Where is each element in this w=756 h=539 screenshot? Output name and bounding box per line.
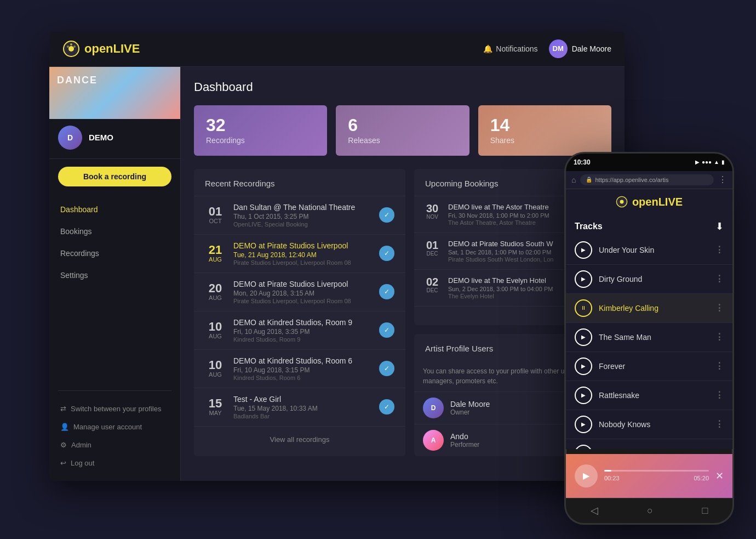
browser-url-bar[interactable]: 🔒 https://app.openlive.co/artis — [580, 174, 714, 185]
browser-home-icon[interactable]: ⌂ — [571, 175, 576, 184]
sidebar-item-recordings[interactable]: Recordings — [49, 242, 180, 264]
download-icon[interactable]: ⬇ — [715, 220, 724, 232]
track-more-icon[interactable]: ⋮ — [715, 332, 724, 342]
sidebar-item-settings-label: Settings — [60, 271, 88, 280]
player-current-time: 00:23 — [604, 475, 620, 481]
recording-item: 21 Aug DEMO at Pirate Studios Liverpool … — [194, 234, 405, 273]
recording-venue: Pirate Studios Liverpool, Liverpool Room… — [233, 259, 371, 266]
track-play-button[interactable]: ▶ — [575, 328, 592, 346]
recording-month: Aug — [205, 256, 226, 263]
main-content: Dashboard 32 Recordings 6 Releases 14 Sh… — [181, 67, 625, 481]
recording-datetime: Fri, 10 Aug 2018, 3:35 PM — [233, 328, 371, 336]
booking-month: Dec — [423, 251, 442, 257]
track-item[interactable]: ▶ The Same Man ⋮ — [566, 323, 732, 352]
sidebar-item-dashboard[interactable]: Dashboard — [49, 198, 180, 220]
view-all-recordings-link[interactable]: View all recordings — [194, 426, 405, 452]
phone-back-button[interactable]: ◁ — [580, 500, 609, 521]
track-play-button[interactable]: ▶ — [575, 358, 592, 375]
recording-venue: Badlands Bar — [233, 413, 371, 419]
desktop-window: openLIVE 🔔 Notifications DM Dale Moore D… — [49, 31, 625, 481]
track-play-button[interactable]: ▶ — [575, 445, 592, 449]
track-more-icon[interactable]: ⋮ — [715, 303, 724, 313]
track-name: Dirty Ground — [599, 275, 708, 283]
browser-menu-icon[interactable]: ⋮ — [718, 174, 727, 185]
track-item[interactable]: ⏸ Kimberley Calling ⋮ — [566, 294, 732, 323]
phone-logo-text: openLIVE — [632, 196, 683, 208]
book-recording-button[interactable]: Book a recording — [58, 167, 171, 186]
sidebar-item-bookings[interactable]: Bookings — [49, 220, 180, 242]
logout-button[interactable]: ↩ Log out — [49, 454, 180, 472]
track-more-icon[interactable]: ⋮ — [715, 448, 724, 449]
releases-label: Releases — [348, 136, 457, 145]
phone-overlay: 10:30 ▶ ●●● ▲ ▮ ⌂ 🔒 https://app.openlive… — [564, 152, 734, 525]
track-more-icon[interactable]: ⋮ — [715, 390, 724, 400]
track-play-button[interactable]: ▶ — [575, 387, 592, 404]
phone-logo-live: LIVE — [658, 196, 683, 208]
track-more-icon[interactable]: ⋮ — [715, 361, 724, 371]
manage-account-label: Manage user account — [73, 423, 142, 431]
recording-date: 10 Aug — [205, 321, 226, 339]
track-play-button[interactable]: ⏸ — [575, 299, 592, 317]
track-item[interactable]: ▶ Nobody Knows ⋮ — [566, 410, 732, 439]
artist-user-role: Owner — [450, 408, 490, 416]
player-progress-bar — [604, 470, 709, 472]
main-layout: DANCE D DEMO Book a recording Dashboard … — [49, 67, 625, 481]
phone-browser-bar: ⌂ 🔒 https://app.openlive.co/artis ⋮ — [566, 171, 732, 189]
logo-open-part: open — [84, 42, 113, 55]
track-item[interactable]: ▶ Rattlesnake ⋮ — [566, 381, 732, 410]
player-close-button[interactable]: ✕ — [715, 470, 724, 482]
recording-title: DEMO at Kindred Studios, Room 9 — [233, 318, 371, 327]
recording-datetime: Mon, 20 Aug 2018, 3:15 AM — [233, 290, 371, 297]
nav-bottom: ⇄ Switch between your profiles 👤 Manage … — [49, 395, 180, 481]
recording-check-icon: ✓ — [379, 399, 394, 415]
switch-profiles-button[interactable]: ⇄ Switch between your profiles — [49, 400, 180, 418]
switch-icon: ⇄ — [60, 405, 66, 413]
player-play-button[interactable]: ▶ — [575, 464, 598, 487]
user-name-label: Dale Moore — [572, 44, 611, 53]
phone-logo-icon — [616, 196, 628, 208]
track-play-button[interactable]: ▶ — [575, 270, 592, 288]
track-item[interactable]: ▶ Dirty Ground ⋮ — [566, 265, 732, 294]
phone-player[interactable]: ▶ 00:23 05:20 ✕ — [566, 454, 732, 498]
signal-icon: ●●● — [702, 159, 712, 165]
shares-count: 14 — [490, 116, 599, 134]
topbar: openLIVE 🔔 Notifications DM Dale Moore — [49, 31, 625, 67]
track-more-icon[interactable]: ⋮ — [715, 245, 724, 255]
recording-date: 21 Aug — [205, 244, 226, 263]
stat-card-shares: 14 Shares — [478, 105, 611, 156]
admin-label: Admin — [71, 441, 91, 449]
recording-details: Test - Axe Girl Tue, 15 May 2018, 10:33 … — [233, 395, 371, 419]
releases-count: 6 — [348, 116, 457, 134]
user-menu-button[interactable]: DM Dale Moore — [549, 39, 611, 58]
stats-row: 32 Recordings 6 Releases 14 Shares — [194, 105, 611, 156]
booking-day: 02 — [423, 276, 442, 287]
sidebar-item-bookings-label: Bookings — [60, 227, 92, 236]
nav-items: Dashboard Bookings Recordings Settings — [49, 194, 180, 386]
track-item[interactable]: ▶ Forever ⋮ — [566, 352, 732, 381]
track-more-icon[interactable]: ⋮ — [715, 419, 724, 429]
tracks-title: Tracks — [575, 222, 603, 231]
track-item[interactable]: ▶ Under Your Skin ⋮ — [566, 236, 732, 265]
recording-title: Dan Sultan @ The National Theatre — [233, 203, 371, 212]
booking-date: 01 Dec — [423, 240, 442, 257]
phone-recent-button[interactable]: □ — [691, 501, 719, 521]
track-play-button[interactable]: ▶ — [575, 416, 592, 433]
track-name: Nobody Knows — [599, 420, 708, 429]
svg-point-4 — [67, 46, 69, 48]
phone-logo-open: open — [632, 196, 658, 208]
recording-datetime: Fri, 10 Aug 2018, 3:15 PM — [233, 366, 371, 374]
manage-account-button[interactable]: 👤 Manage user account — [49, 418, 180, 436]
sidebar-item-settings[interactable]: Settings — [49, 264, 180, 286]
notifications-button[interactable]: 🔔 Notifications — [483, 44, 537, 53]
track-more-icon[interactable]: ⋮ — [715, 274, 724, 284]
phone-home-button[interactable]: ○ — [636, 501, 664, 521]
track-item[interactable]: ▶ On The Lefty ⋮ — [566, 439, 732, 449]
phone-frame: 10:30 ▶ ●●● ▲ ▮ ⌂ 🔒 https://app.openlive… — [564, 152, 734, 525]
booking-month: Dec — [423, 287, 442, 293]
svg-point-2 — [70, 43, 72, 46]
admin-button[interactable]: ⚙ Admin — [49, 436, 180, 454]
booking-day: 30 — [423, 203, 442, 214]
track-play-button[interactable]: ▶ — [575, 241, 592, 259]
lock-icon: 🔒 — [586, 177, 592, 183]
recording-title: DEMO at Kindred Studios, Room 6 — [233, 356, 371, 365]
